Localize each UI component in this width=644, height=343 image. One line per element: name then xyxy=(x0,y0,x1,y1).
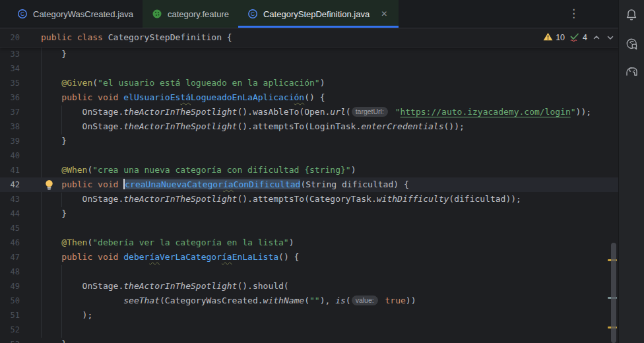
line-number[interactable]: 40 xyxy=(0,148,20,163)
code-token: ) xyxy=(351,165,356,175)
line-number[interactable]: 39 xyxy=(0,134,20,148)
line-number[interactable]: 37 xyxy=(0,105,20,119)
code-token: } xyxy=(41,136,67,146)
line-number[interactable]: 36 xyxy=(0,90,20,105)
code-token: void xyxy=(98,92,123,102)
code-token: OnStage. xyxy=(41,194,123,204)
code-token: public xyxy=(61,252,98,262)
line-number[interactable]: 33 xyxy=(0,47,20,61)
sticky-header-line[interactable]: 20 public class CategoryStepDefinition {… xyxy=(0,28,619,47)
notifications-icon[interactable] xyxy=(622,5,641,24)
line-number[interactable]: 35 xyxy=(0,76,20,90)
ai-assistant-icon[interactable] xyxy=(622,34,641,53)
line-number[interactable]: 45 xyxy=(0,221,20,235)
code-token: ); xyxy=(41,310,92,320)
line-number[interactable]: 49 xyxy=(0,279,20,294)
code-token: withName xyxy=(263,296,305,305)
code-token: EnLaLista xyxy=(232,252,278,262)
line-number[interactable]: 50 xyxy=(0,294,20,308)
code-token: OnStage. xyxy=(41,281,123,291)
tab-CategoryStepDefinition.java[interactable]: CCategoryStepDefinition.java✕ xyxy=(238,0,399,28)
svg-text:C: C xyxy=(251,11,255,17)
code-token: ().should( xyxy=(237,281,288,291)
code-token: elUsuarioEs xyxy=(123,92,180,102)
code-line-text: public void elUsuarioEstáLogueadoEnLaApl… xyxy=(41,90,325,105)
line-number[interactable]: 41 xyxy=(0,163,20,177)
code-line-text: OnStage.theActorInTheSpotlight().wasAble… xyxy=(41,105,591,119)
code-token xyxy=(380,296,385,305)
code-token: public xyxy=(41,32,77,42)
line-number[interactable]: 47 xyxy=(0,250,20,265)
tab-CategoryWasCreated.java[interactable]: CCategoryWasCreated.java xyxy=(8,0,143,28)
code-token: ) xyxy=(320,78,325,88)
code-line-text: @Given("el usuario está logueado en la a… xyxy=(41,76,325,90)
line-number[interactable]: 38 xyxy=(0,119,20,134)
right-tool-stripe xyxy=(618,0,644,343)
code-line-46: 46 @Then("debería ver la categoría en la… xyxy=(0,235,619,250)
code-token xyxy=(41,179,61,189)
code-token: theActorInTheSpotlight xyxy=(123,194,237,204)
code-line-text: } xyxy=(41,134,67,148)
line-number[interactable]: 48 xyxy=(0,265,20,279)
code-line-text: OnStage.theActorInTheSpotlight().attempt… xyxy=(41,192,521,206)
typos-ok-icon[interactable] xyxy=(569,32,580,44)
code-token: (CategoryWasCreated. xyxy=(160,296,263,305)
code-token: "crea una nueva categoría con dificultad… xyxy=(92,165,350,175)
line-number[interactable]: 52 xyxy=(0,323,20,337)
warnings-count: 10 xyxy=(556,33,565,42)
scrollbar-thumb[interactable] xyxy=(611,243,616,343)
code-line-text: } xyxy=(41,337,67,343)
kebab-menu-icon[interactable]: ⋮ xyxy=(562,0,586,28)
warnings-icon[interactable] xyxy=(543,32,553,43)
line-number[interactable]: 51 xyxy=(0,308,20,323)
code-line-43: 43 OnStage.theActorInTheSpotlight().atte… xyxy=(0,192,619,206)
gradle-icon[interactable] xyxy=(622,61,641,81)
code-token: @Then xyxy=(61,237,87,247)
code-token: } xyxy=(41,208,67,218)
code-line-text: seeThat(CategoryWasCreated.withName(""),… xyxy=(41,294,416,308)
code-token: @When xyxy=(61,165,87,175)
code-token: } xyxy=(41,339,67,343)
code-token: url xyxy=(330,107,345,117)
code-token: (dificultad)); xyxy=(449,194,521,204)
code-token: } xyxy=(41,49,67,59)
code-token: theActorInTheSpotlight xyxy=(123,281,237,291)
code-token: public xyxy=(61,92,98,102)
code-token xyxy=(41,92,61,102)
code-token: void xyxy=(98,252,123,262)
code-line-39: 39 } xyxy=(0,134,619,148)
tab-category.feature[interactable]: category.feature xyxy=(143,0,238,28)
code-line-45: 45 xyxy=(0,221,619,235)
sticky-code-text: public class CategoryStepDefinition { xyxy=(41,28,232,47)
code-line-50: 50 seeThat(CategoryWasCreated.withName("… xyxy=(0,294,619,308)
code-line-33: 33 } xyxy=(0,47,619,61)
line-number[interactable]: 34 xyxy=(0,61,20,76)
code-line-35: 35 @Given("el usuario está logueado en l… xyxy=(0,76,619,90)
code-token: CategoryStepDefinition { xyxy=(108,32,232,42)
code-token: true xyxy=(385,296,406,305)
line-number[interactable]: 43 xyxy=(0,192,20,206)
tab-bar: CCategoryWasCreated.javacategory.feature… xyxy=(0,0,619,28)
line-number[interactable]: 42 xyxy=(0,177,20,192)
code-line-text: @Then("debería ver la categoría en la li… xyxy=(41,235,294,250)
code-line-text: OnStage.theActorInTheSpotlight().attempt… xyxy=(41,119,465,134)
code-token: public xyxy=(61,179,98,189)
code-token xyxy=(41,252,61,262)
next-problem-icon[interactable] xyxy=(606,34,615,42)
line-number[interactable]: 53 xyxy=(0,337,20,343)
line-number[interactable]: 44 xyxy=(0,206,20,221)
code-token: OnStage. xyxy=(41,121,123,131)
code-line-text: public void creaUnaNuevaCategoríaConDifi… xyxy=(41,177,409,192)
tab-close-icon[interactable]: ✕ xyxy=(379,9,389,19)
line-number: 20 xyxy=(0,28,20,47)
prev-problem-icon[interactable] xyxy=(592,34,601,42)
code-line-38: 38 OnStage.theActorInTheSpotlight().atte… xyxy=(0,119,619,134)
inspections-widget[interactable]: 104 xyxy=(543,28,615,47)
code-line-49: 49 OnStage.theActorInTheSpotlight().shou… xyxy=(0,279,619,294)
line-number[interactable]: 46 xyxy=(0,235,20,250)
code-token: void xyxy=(98,179,123,189)
code-token: ().wasAbleTo(Open. xyxy=(237,107,330,117)
code-line-text: OnStage.theActorInTheSpotlight().should( xyxy=(41,279,289,294)
code-token: ().attemptsTo(CategoryTask. xyxy=(237,194,376,204)
code-editor[interactable]: 33 }3435 @Given("el usuario está loguead… xyxy=(0,47,619,343)
